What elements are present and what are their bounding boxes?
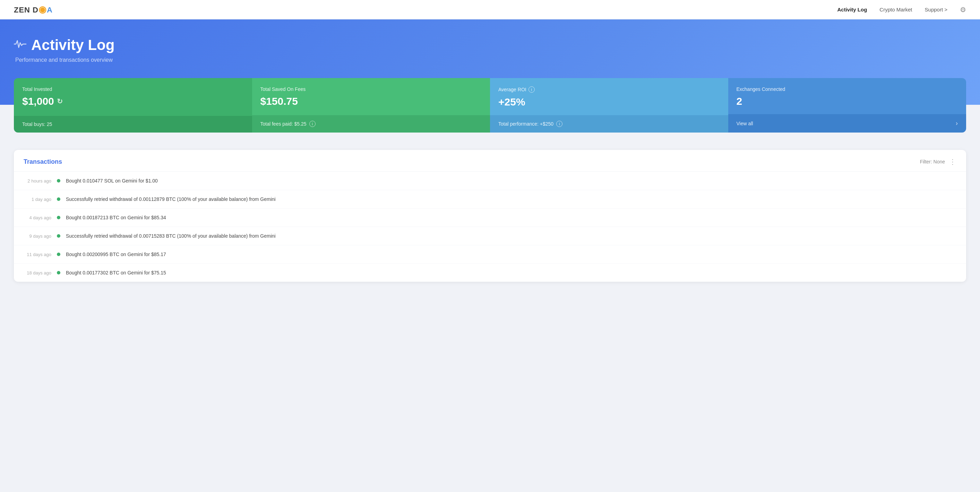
- filter-area: Filter: None ⋮: [920, 158, 956, 166]
- transaction-time: 9 days ago: [24, 234, 51, 239]
- stats-cards-row: Total Invested $1,000 ↻ Total buys: 25 T…: [14, 78, 966, 132]
- logo-dot: ◉: [38, 4, 47, 14]
- card-exchanges-label: Exchanges Connected: [737, 86, 786, 92]
- refresh-icon[interactable]: ↻: [57, 97, 63, 105]
- nav-support[interactable]: Support >: [925, 6, 947, 13]
- main-content: Transactions Filter: None ⋮ 2 hours ago …: [0, 143, 980, 296]
- logo[interactable]: ZEN D◉A: [14, 4, 53, 15]
- card-total-invested-value: $1,000: [22, 96, 54, 107]
- transaction-text: Bought 0.00177302 BTC on Gemini for $75.…: [66, 270, 166, 275]
- transaction-time: 11 days ago: [24, 252, 51, 257]
- transaction-time: 1 day ago: [24, 197, 51, 202]
- card-average-roi-bottom: Total performance: +$250: [498, 121, 554, 127]
- page-title: Activity Log: [31, 37, 115, 53]
- nav-crypto-market[interactable]: Crypto Market: [880, 6, 912, 13]
- settings-icon[interactable]: ⚙: [960, 6, 966, 14]
- transaction-status-dot: [57, 216, 60, 219]
- transaction-item: 9 days ago Successfully retried withdraw…: [14, 227, 966, 245]
- card-total-saved: Total Saved On Fees $150.75 Total fees p…: [252, 78, 490, 132]
- transactions-list: 2 hours ago Bought 0.010477 SOL on Gemin…: [14, 172, 966, 282]
- card-total-saved-bottom: Total fees paid: $5.25: [261, 121, 307, 127]
- transaction-text: Bought 0.00200995 BTC on Gemini for $85.…: [66, 252, 166, 257]
- transaction-status-dot: [57, 234, 60, 238]
- card-average-roi-value: +25%: [498, 96, 525, 108]
- transaction-status-dot: [57, 271, 60, 274]
- logo-dca: A: [47, 6, 53, 14]
- transaction-item: 18 days ago Bought 0.00177302 BTC on Gem…: [14, 264, 966, 282]
- transaction-text: Bought 0.00187213 BTC on Gemini for $85.…: [66, 215, 166, 220]
- transaction-text: Successfully retried withdrawal of 0.007…: [66, 233, 276, 239]
- transaction-item: 11 days ago Bought 0.00200995 BTC on Gem…: [14, 245, 966, 264]
- card-average-roi-label: Average ROI: [498, 87, 527, 92]
- card-total-saved-label: Total Saved On Fees: [261, 86, 306, 92]
- transaction-time: 18 days ago: [24, 270, 51, 275]
- card-total-invested-bottom: Total buys: 25: [22, 121, 52, 127]
- pulse-icon: [14, 39, 26, 52]
- transaction-text: Successfully retried withdrawal of 0.001…: [66, 196, 276, 202]
- card-average-roi: Average ROI i +25% Total performance: +$…: [490, 78, 728, 132]
- logo-zen: ZEN D: [14, 6, 38, 14]
- card-total-invested: Total Invested $1,000 ↻ Total buys: 25: [14, 78, 252, 132]
- card-total-saved-value: $150.75: [261, 96, 298, 107]
- transactions-menu-button[interactable]: ⋮: [949, 158, 956, 166]
- fees-info-icon[interactable]: i: [309, 121, 315, 127]
- performance-info-icon[interactable]: i: [556, 121, 563, 127]
- transaction-item: 2 hours ago Bought 0.010477 SOL on Gemin…: [14, 172, 966, 190]
- nav-activity-log[interactable]: Activity Log: [837, 6, 867, 13]
- card-exchanges-bottom: View all: [737, 121, 753, 126]
- transaction-text: Bought 0.010477 SOL on Gemini for $1.00: [66, 178, 158, 183]
- hero-subtitle: Performance and transactions overview: [15, 57, 966, 63]
- filter-label: Filter: None: [920, 159, 945, 164]
- transactions-header: Transactions Filter: None ⋮: [14, 150, 966, 172]
- hero-title-block: Activity Log: [14, 37, 966, 53]
- card-exchanges-value: 2: [737, 96, 743, 107]
- nav-links: Activity Log Crypto Market Support > ⚙: [837, 6, 966, 14]
- view-all-chevron-icon: ›: [956, 120, 958, 127]
- card-total-invested-label: Total Invested: [22, 86, 52, 92]
- transaction-status-dot: [57, 179, 60, 183]
- transaction-time: 2 hours ago: [24, 178, 51, 183]
- transactions-card: Transactions Filter: None ⋮ 2 hours ago …: [14, 150, 966, 282]
- transaction-item: 1 day ago Successfully retried withdrawa…: [14, 190, 966, 209]
- card-exchanges[interactable]: Exchanges Connected 2 View all ›: [728, 78, 966, 132]
- transaction-item: 4 days ago Bought 0.00187213 BTC on Gemi…: [14, 209, 966, 227]
- transaction-status-dot: [57, 253, 60, 256]
- hero-section: Activity Log Performance and transaction…: [0, 19, 980, 105]
- transactions-title: Transactions: [24, 158, 62, 166]
- navbar: ZEN D◉A Activity Log Crypto Market Suppo…: [0, 0, 980, 19]
- roi-info-icon[interactable]: i: [528, 86, 535, 92]
- transaction-time: 4 days ago: [24, 215, 51, 220]
- transaction-status-dot: [57, 197, 60, 201]
